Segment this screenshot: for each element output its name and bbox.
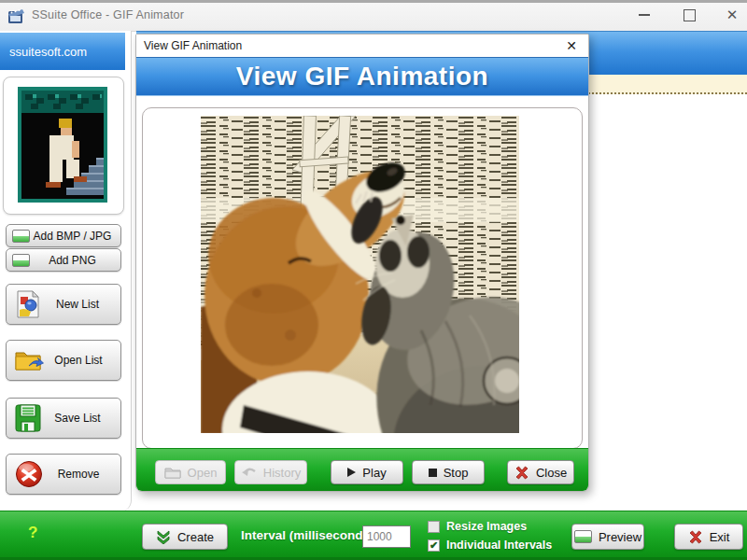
dialog-banner: View GIF Animation	[136, 57, 588, 96]
remove-icon	[14, 459, 44, 489]
preview-label: Preview	[599, 530, 641, 544]
resize-images-checkbox[interactable]: Resize Images	[428, 519, 527, 534]
dialog-close-button[interactable]: ✕	[562, 36, 581, 55]
save-floppy-icon	[14, 403, 42, 433]
new-list-icon	[14, 289, 42, 319]
play-button[interactable]: Play	[331, 460, 403, 484]
minimize-icon	[639, 14, 650, 16]
checkbox-unchecked-icon	[428, 521, 440, 533]
checkbox-checked-icon: ✔	[428, 539, 440, 552]
play-label: Play	[362, 466, 386, 480]
gif-display-panel	[142, 107, 583, 449]
image-icon	[12, 254, 30, 267]
maximize-button[interactable]	[676, 6, 702, 24]
open-folder-icon	[14, 347, 44, 373]
gif-frame-image	[201, 116, 519, 433]
help-button[interactable]: ?	[28, 524, 37, 542]
new-list-button[interactable]: New List	[6, 284, 121, 325]
frame-preview-panel	[3, 77, 124, 215]
open-gif-label: Open	[188, 466, 218, 480]
exit-button[interactable]: Exit	[674, 524, 743, 550]
image-icon	[12, 230, 30, 243]
app-icon	[7, 7, 25, 25]
minimize-button[interactable]	[631, 6, 657, 24]
add-bmp-jpg-label: Add BMP / JPG	[30, 230, 115, 243]
individual-intervals-label: Individual Intervals	[446, 539, 552, 552]
save-list-label: Save List	[42, 412, 113, 425]
remove-label: Remove	[44, 468, 113, 481]
dialog-banner-title: View GIF Animation	[236, 62, 488, 91]
exit-label: Exit	[710, 530, 730, 544]
open-list-label: Open List	[44, 354, 113, 367]
window-title: SSuite Office - GIF Animator	[32, 8, 184, 21]
play-icon	[347, 468, 356, 477]
sidebar: ssuitesoft.com	[0, 31, 132, 511]
save-list-button[interactable]: Save List	[6, 398, 121, 439]
close-dialog-button[interactable]: Close	[507, 460, 574, 484]
stop-button[interactable]: Stop	[412, 460, 485, 484]
maximize-icon	[684, 9, 696, 21]
preview-button[interactable]: Preview	[571, 524, 644, 550]
image-icon	[574, 530, 592, 543]
new-list-label: New List	[42, 298, 113, 311]
stop-icon	[429, 469, 437, 477]
history-arrow-icon	[241, 467, 257, 479]
resize-images-label: Resize Images	[446, 520, 527, 533]
red-x-icon	[514, 466, 529, 480]
add-png-label: Add PNG	[30, 254, 115, 267]
view-gif-dialog: View GIF Animation ✕ View GIF Animation	[135, 34, 589, 492]
frame-thumbnail-image	[18, 87, 107, 203]
dialog-titlebar: View GIF Animation ✕	[136, 35, 588, 58]
history-label: History	[263, 466, 301, 480]
open-list-button[interactable]: Open List	[6, 340, 121, 381]
interval-label: Interval (milliseconds)	[241, 528, 374, 542]
sidebar-site-link[interactable]: ssuitesoft.com	[0, 33, 125, 70]
interval-input[interactable]	[362, 525, 411, 548]
individual-intervals-checkbox[interactable]: ✔ Individual Intervals	[428, 538, 552, 553]
titlebar: SSuite Office - GIF Animator ✕	[0, 0, 747, 32]
remove-button[interactable]: Remove	[6, 454, 121, 495]
bottom-toolbar: ? Create Interval (milliseconds) Resize …	[0, 511, 747, 560]
red-x-icon	[688, 530, 703, 544]
history-button[interactable]: History	[234, 460, 307, 484]
create-gif-button[interactable]: Create	[142, 524, 228, 550]
add-bmp-jpg-button[interactable]: Add BMP / JPG	[6, 224, 121, 247]
create-gif-label: Create	[177, 530, 214, 544]
open-folder-disabled-icon	[164, 466, 181, 479]
stop-label: Stop	[444, 466, 469, 480]
create-download-icon	[156, 530, 171, 544]
open-gif-button[interactable]: Open	[155, 460, 226, 484]
close-dialog-label: Close	[536, 466, 567, 480]
app-window: SSuite Office - GIF Animator ✕ ssuitesof…	[0, 0, 747, 560]
dialog-title: View GIF Animation	[136, 39, 242, 52]
add-png-button[interactable]: Add PNG	[6, 248, 121, 272]
close-window-button[interactable]: ✕	[719, 6, 745, 24]
dialog-button-bar: Open History Play Stop Cl	[136, 448, 588, 491]
